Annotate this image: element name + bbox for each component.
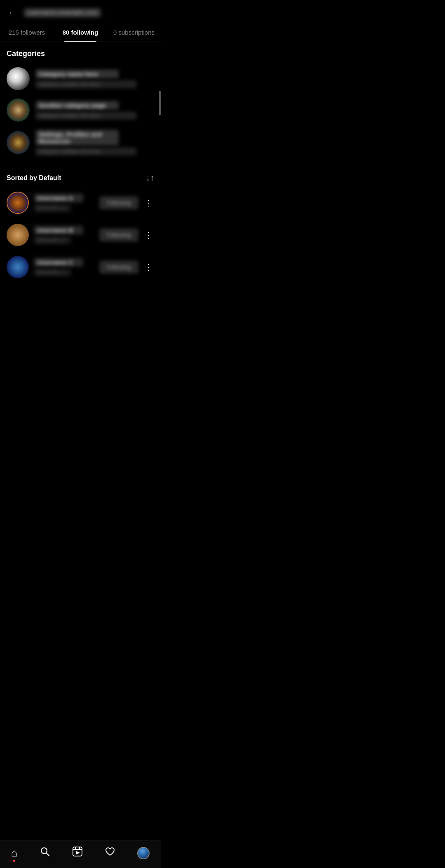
category-sub-2: category subtitle info here	[35, 112, 136, 120]
follow-avatar-3[interactable]	[7, 256, 29, 278]
follow-info-1: Username A @handle_a	[34, 194, 94, 212]
follow-handle-2: @handle_b	[34, 236, 71, 244]
following-button-2[interactable]: Following	[99, 228, 138, 242]
follow-info-3: Username C @handle_c	[34, 258, 94, 276]
follow-avatar-1[interactable]	[7, 192, 29, 214]
sort-icon[interactable]: ↓↑	[146, 173, 154, 183]
follow-item: Username A @handle_a Following ⋮	[0, 187, 161, 219]
follow-avatar-2[interactable]	[7, 224, 29, 246]
following-button-1[interactable]: Following	[99, 196, 138, 209]
category-info-2: Another category page category subtitle …	[35, 101, 154, 120]
category-name-1: Category name here	[35, 70, 119, 78]
follow-handle-3: @handle_c	[34, 268, 71, 276]
category-info-1: Category name here category subtitle inf…	[35, 70, 154, 88]
category-avatar-2	[7, 99, 30, 122]
following-list: Username A @handle_a Following ⋮ Usernam…	[0, 187, 161, 283]
follow-actions-2: Following ⋮	[99, 228, 154, 242]
following-button-3[interactable]: Following	[99, 260, 138, 274]
category-item[interactable]: Settings, Profiles and Resources categor…	[0, 126, 161, 160]
follow-actions-1: Following ⋮	[99, 196, 154, 209]
more-options-1[interactable]: ⋮	[143, 196, 154, 209]
category-sub-1: category subtitle info here	[35, 80, 136, 88]
sort-prefix: Sorted by	[7, 174, 39, 181]
header-title: username.example.com	[24, 8, 101, 17]
follow-handle-1: @handle_a	[34, 204, 71, 212]
follow-name-1: Username A	[34, 194, 83, 202]
category-info-3: Settings, Profiles and Resources categor…	[35, 130, 154, 155]
content-area: Categories Category name here category s…	[0, 42, 161, 316]
header: ← username.example.com	[0, 0, 161, 23]
scrollbar[interactable]	[159, 91, 161, 115]
category-sub-3: category subtitle info here	[35, 148, 136, 155]
tabs-bar: 215 followers 80 following 0 subscriptio…	[0, 23, 161, 42]
category-item[interactable]: Category name here category subtitle inf…	[0, 63, 161, 94]
more-options-3[interactable]: ⋮	[143, 260, 154, 274]
more-options-2[interactable]: ⋮	[143, 228, 154, 242]
divider	[0, 163, 161, 163]
category-avatar-1	[7, 67, 30, 90]
follow-name-2: Username B	[34, 226, 83, 235]
back-button[interactable]: ←	[7, 6, 19, 20]
categories-section: Categories Category name here category s…	[0, 42, 161, 160]
category-item[interactable]: Another category page category subtitle …	[0, 94, 161, 126]
follow-info-2: Username B @handle_b	[34, 226, 94, 244]
sort-value: Default	[39, 174, 61, 181]
category-name-3: Settings, Profiles and Resources	[35, 130, 119, 145]
category-name-2: Another category page	[35, 101, 119, 110]
follow-actions-3: Following ⋮	[99, 260, 154, 274]
tab-followers[interactable]: 215 followers	[0, 23, 54, 42]
sort-bar: Sorted by Default ↓↑	[0, 167, 161, 187]
category-avatar-3	[7, 131, 30, 154]
follow-name-3: Username C	[34, 258, 83, 267]
follow-item: Username C @handle_c Following ⋮	[0, 251, 161, 283]
tab-subscriptions[interactable]: 0 subscriptions	[107, 23, 161, 42]
categories-title: Categories	[0, 42, 161, 63]
sort-label: Sorted by Default	[7, 174, 61, 182]
tab-following[interactable]: 80 following	[54, 23, 107, 42]
follow-item: Username B @handle_b Following ⋮	[0, 219, 161, 251]
